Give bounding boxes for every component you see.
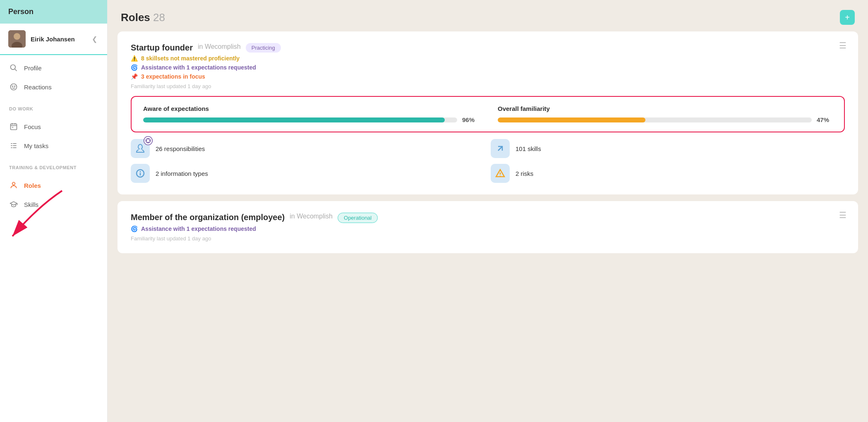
nav-section-do-work: Focus My tasks [0, 114, 107, 158]
role-badge-practicing: Practicing [246, 43, 281, 53]
role-card-startup-founder: ☰ Startup founder in Wecomplish Practici… [117, 31, 858, 194]
familiarity-label: Overall familiarity [498, 105, 832, 112]
responsibilities-icon-box [131, 139, 150, 158]
page-header: Roles 28 + [108, 0, 868, 31]
search-icon [9, 63, 18, 72]
familiarity-progress-fill [498, 117, 645, 122]
role-meta-familiarity: Familiarity last updated 1 day ago [131, 83, 845, 89]
user-name: Eirik Johansen [31, 36, 85, 43]
role-card-member-org: ☰ Member of the organization (employee) … [117, 201, 858, 253]
alert-focus: 📌 3 expectations in focus [131, 73, 845, 80]
risks-label: 2 risks [516, 170, 533, 177]
aware-progress-bg [143, 117, 457, 122]
sidebar-item-roles-label: Roles [24, 182, 41, 189]
smiley-icon [9, 82, 18, 91]
sidebar-item-profile-label: Profile [24, 65, 42, 72]
info-types-icon-box [131, 164, 150, 183]
svg-point-30 [500, 176, 501, 176]
alert-assistance: 🌀 Assistance with 1 expectations request… [131, 64, 845, 71]
role-badge-operational: Operational [338, 213, 378, 223]
responsibilities-badge [144, 136, 153, 145]
list-icon [9, 141, 18, 150]
svg-point-3 [11, 65, 16, 70]
person-icon [9, 181, 18, 190]
metric-responsibilities: 26 responsibilities [131, 139, 485, 158]
role-org-2: in Wecomplish [290, 213, 333, 220]
skills-icon-box [491, 139, 510, 158]
familiarity-stat: Overall familiarity 47% [498, 105, 832, 123]
nav-section-top: Profile Reactions [0, 55, 107, 100]
sidebar-item-reactions[interactable]: Reactions [0, 77, 107, 96]
svg-point-1 [14, 33, 20, 40]
svg-line-4 [15, 69, 17, 71]
assistance-icon-2: 🌀 [131, 225, 138, 232]
responsibilities-label: 26 responsibilities [156, 145, 205, 152]
metric-info-types: 2 information types [131, 164, 485, 183]
sidebar-item-my-tasks[interactable]: My tasks [0, 136, 107, 155]
metrics-grid: 26 responsibilities 101 skills [131, 139, 845, 183]
familiarity-progress-row: 47% [498, 116, 832, 123]
sidebar-item-skills-label: Skills [24, 201, 38, 208]
aware-label: Aware of expectations [143, 105, 478, 112]
skills-label: 101 skills [516, 145, 541, 152]
aware-progress-row: 96% [143, 116, 478, 123]
sidebar-item-skills[interactable]: Skills [0, 195, 107, 214]
warning-icon: ⚠️ [131, 55, 138, 62]
aware-progress-fill [143, 117, 445, 122]
main-content: Roles 28 + ☰ Startup founder in Wecompli… [108, 0, 868, 422]
assistance-icon: 🌀 [131, 64, 138, 71]
aware-pct: 96% [462, 116, 478, 123]
svg-point-7 [14, 86, 15, 87]
sidebar-item-reactions-label: Reactions [24, 84, 52, 91]
role-title: Startup founder [131, 43, 193, 53]
sidebar-item-roles[interactable]: Roles [0, 176, 107, 195]
collapse-button[interactable]: ❮ [90, 34, 99, 45]
aware-stat: Aware of expectations 96% [143, 105, 478, 123]
add-role-button[interactable]: + [840, 10, 855, 25]
info-types-label: 2 information types [156, 170, 208, 177]
role-card-header-2: Member of the organization (employee) in… [131, 213, 845, 223]
sidebar: Person Eirik Johansen ❮ Profile [0, 0, 108, 422]
sidebar-title: Person [8, 7, 34, 16]
graduation-icon [9, 200, 18, 209]
sidebar-item-focus-label: Focus [24, 123, 41, 130]
nav-section-training: Roles Skills [0, 173, 107, 217]
svg-rect-8 [11, 124, 17, 129]
avatar [8, 30, 26, 48]
user-row: Eirik Johansen ❮ [0, 24, 107, 55]
metric-skills: 101 skills [491, 139, 845, 158]
sidebar-item-my-tasks-label: My tasks [24, 142, 48, 149]
roles-count: 28 [153, 11, 165, 24]
role-card-menu-button[interactable]: ☰ [839, 41, 846, 50]
role-org: in Wecomplish [198, 43, 241, 50]
alert-assistance-2: 🌀 Assistance with 1 expectations request… [131, 225, 845, 232]
sidebar-header: Person [0, 0, 107, 24]
sidebar-item-focus[interactable]: Focus [0, 117, 107, 136]
familiarity-pct: 47% [817, 116, 832, 123]
section-label-do-work: DO WORK [0, 100, 107, 114]
role-meta-familiarity-2: Familiarity last updated 1 day ago [131, 235, 845, 242]
svg-point-5 [11, 84, 17, 90]
svg-point-6 [12, 86, 13, 87]
calendar-icon [9, 122, 18, 131]
role-card-menu-button-2[interactable]: ☰ [839, 211, 846, 219]
section-label-training: TRAINING & DEVELOPMENT [0, 158, 107, 173]
svg-point-19 [12, 182, 15, 185]
svg-line-25 [498, 146, 502, 151]
familiarity-progress-bg [498, 117, 812, 122]
alert-skillsets: ⚠️ 8 skillsets not mastered proficiently [131, 55, 845, 62]
pin-icon: 📌 [131, 73, 138, 80]
risks-icon-box [491, 164, 510, 183]
role-card-header: Startup founder in Wecomplish Practicing [131, 43, 845, 53]
page-title: Roles 28 [121, 11, 165, 24]
stats-box: Aware of expectations 96% Overall famili… [131, 96, 845, 132]
role-title-2: Member of the organization (employee) [131, 213, 285, 222]
metric-risks: 2 risks [491, 164, 845, 183]
sidebar-item-profile[interactable]: Profile [0, 58, 107, 77]
